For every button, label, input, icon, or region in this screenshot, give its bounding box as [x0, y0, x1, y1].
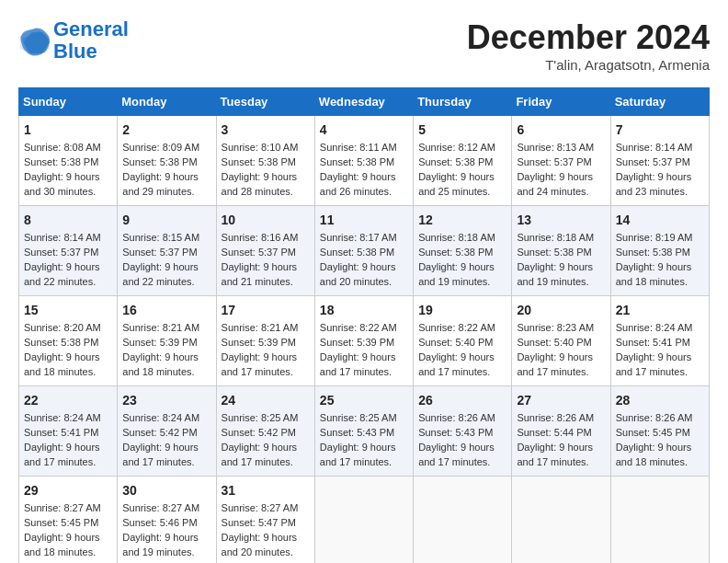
calendar-cell: 27Sunrise: 8:26 AMSunset: 5:44 PMDayligh…: [512, 386, 610, 477]
day-info: Sunset: 5:45 PM: [616, 426, 704, 441]
calendar-cell: 12Sunrise: 8:18 AMSunset: 5:38 PMDayligh…: [414, 206, 512, 296]
day-number: 23: [122, 391, 210, 409]
day-number: 10: [222, 211, 310, 229]
day-number: 20: [517, 301, 605, 319]
day-number: 21: [616, 301, 704, 319]
day-info: Sunrise: 8:25 AM: [320, 411, 408, 426]
day-info: Sunset: 5:43 PM: [320, 426, 408, 441]
calendar-cell: 13Sunrise: 8:18 AMSunset: 5:38 PMDayligh…: [512, 206, 610, 296]
day-info: Sunset: 5:38 PM: [222, 155, 310, 170]
day-number: 27: [517, 391, 605, 409]
day-info: Sunrise: 8:10 AM: [222, 141, 310, 155]
day-info: Daylight: 9 hours and 17 minutes.: [517, 441, 605, 470]
calendar-cell: 26Sunrise: 8:26 AMSunset: 5:43 PMDayligh…: [414, 386, 512, 477]
day-info: Sunset: 5:38 PM: [517, 246, 605, 260]
day-number: 16: [122, 301, 210, 319]
calendar-cell: 31Sunrise: 8:27 AMSunset: 5:47 PMDayligh…: [216, 477, 314, 563]
col-header-friday: Friday: [512, 88, 610, 116]
calendar-cell: [512, 477, 610, 563]
day-info: Daylight: 9 hours and 17 minutes.: [122, 441, 210, 470]
calendar-cell: [610, 477, 709, 563]
day-info: Sunset: 5:37 PM: [24, 246, 112, 260]
week-row-4: 22Sunrise: 8:24 AMSunset: 5:41 PMDayligh…: [19, 386, 710, 477]
calendar-cell: 9Sunrise: 8:15 AMSunset: 5:37 PMDaylight…: [118, 206, 216, 296]
day-info: Sunrise: 8:24 AM: [122, 411, 210, 426]
day-info: Daylight: 9 hours and 28 minutes.: [222, 170, 310, 200]
day-info: Daylight: 9 hours and 23 minutes.: [616, 170, 704, 200]
day-info: Daylight: 9 hours and 22 minutes.: [24, 260, 112, 290]
day-info: Sunset: 5:39 PM: [320, 336, 408, 350]
logo: GeneralBlue: [18, 18, 129, 63]
day-number: 13: [517, 211, 605, 229]
day-info: Sunrise: 8:22 AM: [418, 321, 506, 336]
day-info: Sunset: 5:42 PM: [122, 426, 210, 441]
day-info: Sunrise: 8:20 AM: [24, 321, 112, 336]
calendar-cell: 22Sunrise: 8:24 AMSunset: 5:41 PMDayligh…: [19, 386, 118, 477]
day-info: Sunrise: 8:27 AM: [222, 501, 310, 516]
day-number: 26: [418, 391, 506, 409]
day-info: Sunrise: 8:22 AM: [320, 321, 408, 336]
calendar-cell: 17Sunrise: 8:21 AMSunset: 5:39 PMDayligh…: [216, 296, 314, 386]
day-number: 2: [122, 121, 210, 139]
day-info: Sunset: 5:46 PM: [122, 516, 210, 531]
calendar-cell: 5Sunrise: 8:12 AMSunset: 5:38 PMDaylight…: [414, 116, 512, 206]
day-number: 7: [616, 121, 704, 139]
col-header-wednesday: Wednesday: [314, 88, 413, 116]
calendar-cell: 24Sunrise: 8:25 AMSunset: 5:42 PMDayligh…: [216, 386, 314, 477]
calendar-cell: 29Sunrise: 8:27 AMSunset: 5:45 PMDayligh…: [19, 477, 118, 563]
day-info: Sunrise: 8:19 AM: [616, 231, 704, 246]
day-info: Sunrise: 8:12 AM: [418, 141, 506, 155]
day-info: Daylight: 9 hours and 20 minutes.: [222, 531, 310, 560]
day-number: 6: [517, 121, 605, 139]
day-info: Sunset: 5:37 PM: [222, 246, 310, 260]
day-info: Sunset: 5:38 PM: [24, 336, 112, 350]
day-info: Daylight: 9 hours and 19 minutes.: [418, 260, 506, 290]
day-info: Sunrise: 8:11 AM: [320, 141, 408, 155]
col-header-thursday: Thursday: [414, 88, 512, 116]
day-number: 28: [616, 391, 704, 409]
day-info: Sunrise: 8:14 AM: [616, 141, 704, 155]
day-number: 31: [222, 481, 310, 500]
calendar-cell: 16Sunrise: 8:21 AMSunset: 5:39 PMDayligh…: [118, 296, 216, 386]
day-info: Sunrise: 8:26 AM: [616, 411, 704, 426]
day-info: Sunset: 5:47 PM: [222, 516, 310, 531]
day-info: Daylight: 9 hours and 17 minutes.: [418, 441, 506, 470]
day-info: Sunset: 5:42 PM: [222, 426, 310, 441]
calendar-cell: 21Sunrise: 8:24 AMSunset: 5:41 PMDayligh…: [610, 296, 709, 386]
day-info: Daylight: 9 hours and 18 minutes.: [122, 350, 210, 380]
day-info: Sunrise: 8:23 AM: [517, 321, 605, 336]
day-info: Sunrise: 8:25 AM: [222, 411, 310, 426]
calendar-cell: [314, 477, 413, 563]
day-number: 3: [222, 121, 310, 139]
day-info: Sunrise: 8:18 AM: [517, 231, 605, 246]
day-info: Sunrise: 8:09 AM: [122, 141, 210, 155]
title-block: December 2024 T'alin, Aragatsotn, Armeni…: [467, 18, 710, 73]
calendar-cell: 20Sunrise: 8:23 AMSunset: 5:40 PMDayligh…: [512, 296, 610, 386]
day-info: Daylight: 9 hours and 17 minutes.: [320, 441, 408, 470]
day-number: 17: [222, 301, 310, 319]
col-header-sunday: Sunday: [19, 88, 118, 116]
day-number: 12: [418, 211, 506, 229]
day-info: Sunset: 5:39 PM: [122, 336, 210, 350]
day-info: Sunset: 5:38 PM: [320, 246, 408, 260]
col-header-monday: Monday: [118, 88, 216, 116]
calendar-cell: 30Sunrise: 8:27 AMSunset: 5:46 PMDayligh…: [118, 477, 216, 563]
day-number: 9: [122, 211, 210, 229]
day-info: Sunset: 5:40 PM: [418, 336, 506, 350]
day-info: Sunrise: 8:24 AM: [616, 321, 704, 336]
day-info: Daylight: 9 hours and 18 minutes.: [24, 350, 112, 380]
calendar-cell: 19Sunrise: 8:22 AMSunset: 5:40 PMDayligh…: [414, 296, 512, 386]
logo-icon: [18, 24, 51, 57]
day-info: Sunset: 5:41 PM: [24, 426, 112, 441]
day-number: 5: [418, 121, 506, 139]
day-info: Sunset: 5:40 PM: [517, 336, 605, 350]
day-number: 11: [320, 211, 408, 229]
day-info: Daylight: 9 hours and 19 minutes.: [517, 260, 605, 290]
day-info: Daylight: 9 hours and 17 minutes.: [418, 350, 506, 380]
calendar-cell: 15Sunrise: 8:20 AMSunset: 5:38 PMDayligh…: [19, 296, 118, 386]
day-info: Daylight: 9 hours and 26 minutes.: [320, 170, 408, 200]
day-number: 1: [24, 121, 112, 139]
calendar-cell: 25Sunrise: 8:25 AMSunset: 5:43 PMDayligh…: [314, 386, 413, 477]
day-info: Sunset: 5:38 PM: [320, 155, 408, 170]
day-info: Daylight: 9 hours and 22 minutes.: [122, 260, 210, 290]
